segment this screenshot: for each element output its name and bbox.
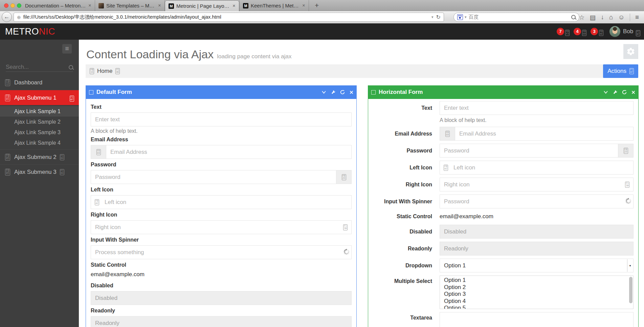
url-history-dropdown-icon[interactable]: ▾ (431, 15, 434, 19)
feedback-icon[interactable]: ☺ (618, 14, 625, 21)
sidebar-toggle-button[interactable]: ≡ (62, 44, 72, 54)
form-group-disabled: Disabled (91, 282, 352, 305)
reload-icon[interactable]: ↻ (436, 14, 441, 20)
sidebar-item-ajax-submenu-2[interactable]: F085 Ajax Submenu 2 F104 (0, 149, 79, 164)
app-menu-icon[interactable]: ≡ (635, 14, 639, 21)
text-input[interactable] (440, 101, 634, 115)
close-icon[interactable] (350, 90, 353, 94)
downloads-icon[interactable]: ↓ (601, 14, 604, 21)
scrollbar[interactable] (629, 277, 632, 303)
search-icon[interactable] (571, 15, 576, 19)
engine-dropdown-icon[interactable]: ▾ (465, 15, 467, 19)
select-option[interactable]: Option 1 (444, 277, 633, 284)
spinner-input[interactable] (440, 195, 634, 208)
new-tab-button[interactable]: + (315, 1, 319, 9)
reload-icon[interactable] (340, 90, 345, 95)
app-header: METRONIC 7 F0F3 4 F0E0 3 F0AE Bob F107 (0, 23, 644, 40)
home-icon[interactable]: ⌂ (609, 14, 613, 21)
sidebar-item-ajax-link-sample-2[interactable]: Ajax Link Sample 2 (0, 117, 79, 127)
email-input[interactable] (106, 145, 352, 159)
baidu-engine-icon[interactable] (457, 14, 463, 20)
static-control-value: email@example.com (440, 211, 634, 222)
reload-icon[interactable] (622, 90, 627, 95)
sidebar-item-ajax-submenu-3[interactable]: F085 Ajax Submenu 3 F104 (0, 164, 79, 179)
window-minimize-button[interactable] (10, 3, 15, 8)
collapse-icon[interactable] (603, 90, 608, 94)
browser-tab-bar: Documentation – Metronic Ad... ✕ Site Te… (0, 0, 644, 11)
tab-title: Metronic | Page Layouts – ... (176, 3, 230, 9)
email-input[interactable] (455, 127, 634, 141)
user-caret-icon[interactable]: F107 (636, 30, 640, 36)
text-input[interactable] (91, 113, 352, 126)
spinner-input[interactable] (91, 245, 352, 259)
breadcrumb-home-link[interactable]: Home (97, 68, 112, 75)
actions-button[interactable]: Actions F107 (603, 64, 638, 78)
close-tab-icon[interactable]: ✕ (158, 3, 161, 8)
sidebar-item-ajax-submenu-1[interactable]: F085 Ajax Submenu 1 F107 (0, 90, 79, 105)
select-option[interactable]: Option 2 (444, 284, 633, 291)
multi-select[interactable]: Option 1 Option 2 Option 3 Option 4 Opti… (440, 275, 634, 309)
bell-icon: F0A2 (444, 165, 448, 171)
window-zoom-button[interactable] (17, 3, 21, 8)
select-option[interactable]: Option 4 (444, 298, 633, 305)
form-group-password: Password F023 (91, 161, 352, 184)
config-wrench-icon[interactable] (331, 90, 335, 95)
collapse-icon[interactable] (321, 90, 326, 94)
sidebar-item-ajax-link-sample-1[interactable]: Ajax Link Sample 1 (0, 106, 79, 117)
sidebar-item-dashboard[interactable]: F015 Dashboard (0, 75, 79, 90)
envelope-icon: F0E0 (445, 131, 450, 137)
field-label: Right Icon (91, 211, 352, 218)
left-icon-input[interactable] (440, 161, 634, 175)
dropdown-select[interactable]: Option 1 ▾ (440, 259, 634, 272)
url-text[interactable]: file:///Users/ss/Desktop/辛志强给metronic_3.… (23, 14, 429, 20)
tab-documentation[interactable]: Documentation – Metronic Ad... ✕ (22, 0, 95, 11)
select-option[interactable]: Option 3 (444, 291, 633, 298)
close-icon[interactable] (631, 90, 635, 94)
tab-site-templates[interactable]: Site Templates – Metronic... ✕ (95, 0, 165, 11)
sidebar-search[interactable]: Search... (6, 63, 73, 72)
selected-option: Option 1 (444, 262, 466, 269)
portlet-tools (603, 90, 635, 95)
user-name[interactable]: Bob (623, 28, 633, 35)
password-input[interactable] (440, 144, 618, 158)
envelope-icon[interactable]: F0E0 (582, 30, 586, 36)
right-icon-input[interactable] (440, 178, 634, 191)
microphone-icon: F130 (343, 224, 348, 230)
metronic-logo[interactable]: METRONIC (5, 26, 55, 37)
back-button[interactable]: ← (2, 12, 12, 22)
bell-icon[interactable]: F0F3 (565, 30, 570, 36)
close-tab-icon[interactable]: ✕ (232, 4, 236, 8)
sidebar-item-ajax-link-sample-3[interactable]: Ajax Link Sample 3 (0, 127, 79, 138)
tasks-icon[interactable]: F0AE (599, 30, 603, 36)
sidebar-item-ajax-link-sample-4[interactable]: Ajax Link Sample 4 (0, 138, 79, 148)
right-icon-input[interactable] (91, 220, 352, 234)
bookmarks-panel-icon[interactable]: ▤ (590, 14, 596, 21)
notifications-count-badge[interactable]: 7 (557, 28, 564, 35)
toolbar-separator (630, 14, 630, 21)
address-bar[interactable]: ⊕ file:///Users/ss/Desktop/辛志强给metronic_… (14, 13, 444, 22)
microphone-icon: F130 (625, 182, 629, 188)
tab-keenthemes[interactable]: M KeenThemes | Metronic – ... ✕ (239, 0, 309, 11)
page-title: Content Loading via Ajaxloading page con… (86, 48, 291, 61)
field-label: Input With Spinner (91, 237, 352, 243)
select-arrow-icon[interactable]: ▾ (627, 259, 633, 272)
form-group-static: Static Control email@example.com (91, 262, 352, 280)
search-bar[interactable]: ▾ 百度 (453, 13, 579, 22)
field-label: Disabled (91, 282, 352, 289)
settings-button[interactable] (623, 44, 638, 59)
tasks-count-badge[interactable]: 3 (591, 28, 598, 35)
password-input[interactable] (91, 170, 336, 184)
close-tab-icon[interactable]: ✕ (88, 3, 91, 8)
tab-metronic-page-layouts[interactable]: M Metronic | Page Layouts – ... ✕ (165, 0, 239, 11)
bookmark-star-icon[interactable]: ☆ (579, 14, 585, 21)
left-icon-input[interactable] (91, 195, 352, 209)
textarea-input[interactable] (440, 312, 634, 327)
select-option[interactable]: Option 5 (444, 305, 633, 309)
config-wrench-icon[interactable] (613, 90, 617, 95)
messages-count-badge[interactable]: 4 (574, 28, 581, 35)
search-icon[interactable] (69, 65, 73, 69)
search-placeholder: Search... (6, 64, 69, 70)
window-close-button[interactable] (4, 3, 8, 8)
close-tab-icon[interactable]: ✕ (302, 3, 305, 8)
user-avatar[interactable] (609, 26, 620, 37)
